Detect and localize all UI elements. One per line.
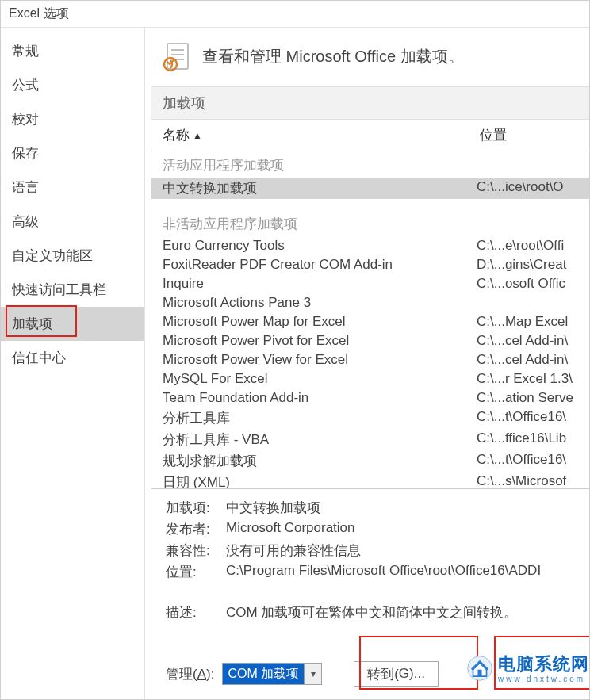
addin-description: 描述: COM 加载项可在繁体中文和简体中文之间转换。: [151, 603, 589, 622]
column-header-name[interactable]: 名称 ▲: [159, 126, 477, 144]
table-row[interactable]: 分析工具库 C:\...t\Office16\: [151, 407, 589, 429]
sidebar-item-save[interactable]: 保存: [1, 136, 144, 170]
detail-value-compat: 没有可用的兼容性信息: [226, 541, 586, 560]
sort-asc-icon: ▲: [193, 130, 202, 141]
window-body: 常规 公式 校对 保存 语言 高级 自定义功能区 快速访问工具栏 加载项 信任中…: [1, 27, 589, 699]
cell-name: 分析工具库 - VBA: [163, 430, 477, 449]
detail-label-compat: 兼容性:: [166, 541, 226, 560]
manage-dropdown-value: COM 加载项: [223, 664, 304, 684]
cell-location: C:\...s\Microsof: [477, 473, 589, 488]
table-header: 名称 ▲ 位置: [151, 120, 589, 151]
cell-name: 日期 (XML): [163, 473, 477, 488]
section-title: 加载项: [151, 86, 589, 120]
sidebar-item-addins[interactable]: 加载项: [1, 307, 144, 341]
sidebar-item-customize-ribbon[interactable]: 自定义功能区: [1, 239, 144, 273]
cell-name: 规划求解加载项: [163, 452, 477, 470]
detail-label-location: 位置:: [166, 563, 226, 581]
manage-dropdown[interactable]: COM 加载项 ▾: [222, 663, 322, 685]
addins-table: 名称 ▲ 位置 活动应用程序加载项 中文转换加载项 C:\...ice\root…: [151, 120, 589, 488]
svg-rect-6: [477, 669, 481, 676]
cell-name: Inquire: [163, 276, 477, 292]
chevron-down-icon[interactable]: ▾: [304, 664, 321, 684]
cell-location: C:\...osoft Offic: [477, 276, 589, 292]
cell-location: D:\...gins\Creat: [477, 257, 589, 273]
table-row[interactable]: Team Foundation Add-in C:\...ation Serve: [151, 388, 589, 407]
detail-label-addin: 加载项:: [166, 499, 226, 517]
go-button[interactable]: 转到(G)...: [354, 661, 439, 687]
table-row[interactable]: FoxitReader PDF Creator COM Add-in D:\..…: [151, 255, 589, 274]
cell-location: C:\...e\root\Offi: [477, 238, 589, 254]
svg-point-5: [468, 656, 492, 680]
main-header-title: 查看和管理 Microsoft Office 加载项。: [202, 46, 464, 67]
cell-name: Euro Currency Tools: [163, 238, 477, 254]
addins-icon: [161, 40, 193, 72]
main-panel: 查看和管理 Microsoft Office 加载项。 加载项 名称 ▲ 位置 …: [145, 28, 589, 699]
cell-name: Team Foundation Add-in: [163, 390, 477, 406]
column-header-name-label: 名称: [163, 126, 190, 144]
table-row[interactable]: Microsoft Power View for Excel C:\...cel…: [151, 350, 589, 369]
table-row[interactable]: Microsoft Actions Pane 3: [151, 293, 589, 312]
cell-location: C:\...t\Office16\: [477, 409, 589, 427]
detail-value-addin: 中文转换加载项: [226, 499, 586, 517]
table-row[interactable]: Microsoft Power Pivot for Excel C:\...ce…: [151, 331, 589, 350]
detail-label-desc: 描述:: [166, 603, 226, 622]
cell-name: 中文转换加载项: [163, 179, 477, 197]
watermark: 电脑系统网 www.dnxtw.com: [466, 652, 589, 683]
cell-location: C:\...Map Excel: [477, 314, 589, 330]
addin-details: 加载项: 中文转换加载项 发布者: Microsoft Corporation …: [151, 488, 589, 587]
cell-location: [477, 295, 589, 311]
cell-name: Microsoft Power View for Excel: [163, 352, 477, 368]
cell-location: C:\...ation Serve: [477, 390, 589, 406]
cell-name: FoxitReader PDF Creator COM Add-in: [163, 257, 477, 273]
detail-value-desc: COM 加载项可在繁体中文和简体中文之间转换。: [226, 603, 589, 622]
sidebar-item-language[interactable]: 语言: [1, 170, 144, 205]
table-row[interactable]: 规划求解加载项 C:\...t\Office16\: [151, 450, 589, 472]
main-header: 查看和管理 Microsoft Office 加载项。: [151, 28, 589, 86]
detail-value-publisher: Microsoft Corporation: [226, 520, 586, 538]
window-title: Excel 选项: [1, 1, 589, 27]
cell-name: Microsoft Power Map for Excel: [163, 314, 477, 330]
manage-label: 管理(A):: [166, 665, 214, 683]
excel-options-window: Excel 选项 常规 公式 校对 保存 语言 高级 自定义功能区 快速访问工具…: [0, 0, 590, 700]
cell-name: Microsoft Power Pivot for Excel: [163, 333, 477, 349]
table-row[interactable]: 分析工具库 - VBA C:\...ffice16\Lib: [151, 429, 589, 450]
sidebar-item-formulas[interactable]: 公式: [1, 68, 144, 102]
cell-location: C:\...t\Office16\: [477, 452, 589, 470]
cell-location: C:\...r Excel 1.3\: [477, 371, 589, 387]
cell-name: 分析工具库: [163, 409, 477, 427]
watermark-subtitle: www.dnxtw.com: [498, 675, 589, 683]
cell-location: C:\...ice\root\O: [477, 179, 589, 197]
table-row[interactable]: Microsoft Power Map for Excel C:\...Map …: [151, 312, 589, 331]
cell-location: C:\...cel Add-in\: [477, 333, 589, 349]
cell-location: C:\...ffice16\Lib: [477, 430, 589, 449]
cell-name: Microsoft Actions Pane 3: [163, 295, 477, 311]
sidebar-item-trust-center[interactable]: 信任中心: [1, 341, 144, 375]
table-row[interactable]: 日期 (XML) C:\...s\Microsof: [151, 472, 589, 488]
cell-name: MySQL For Excel: [163, 371, 477, 387]
sidebar-item-quick-access[interactable]: 快速访问工具栏: [1, 273, 144, 307]
house-icon: [466, 655, 493, 682]
table-row[interactable]: 中文转换加载项 C:\...ice\root\O: [151, 178, 589, 199]
detail-value-location: C:\Program Files\Microsoft Office\root\O…: [226, 563, 586, 581]
sidebar-item-general[interactable]: 常规: [1, 34, 144, 68]
table-row[interactable]: MySQL For Excel C:\...r Excel 1.3\: [151, 369, 589, 388]
column-header-location[interactable]: 位置: [477, 126, 589, 144]
group-inactive-addins: 非活动应用程序加载项: [151, 210, 589, 236]
detail-label-publisher: 发布者:: [166, 520, 226, 538]
table-row[interactable]: Euro Currency Tools C:\...e\root\Offi: [151, 236, 589, 255]
spacer: [151, 199, 589, 210]
sidebar-nav: 常规 公式 校对 保存 语言 高级 自定义功能区 快速访问工具栏 加载项 信任中…: [1, 28, 145, 699]
cell-location: C:\...cel Add-in\: [477, 352, 589, 368]
group-active-addins: 活动应用程序加载项: [151, 151, 589, 178]
highlight-box-go: [494, 636, 589, 690]
sidebar-item-advanced[interactable]: 高级: [1, 205, 144, 239]
watermark-title: 电脑系统网: [498, 652, 589, 676]
manage-row: 管理(A): COM 加载项 ▾ 转到(G)...: [151, 641, 589, 699]
table-row[interactable]: Inquire C:\...osoft Offic: [151, 274, 589, 293]
sidebar-item-proofing[interactable]: 校对: [1, 102, 144, 136]
